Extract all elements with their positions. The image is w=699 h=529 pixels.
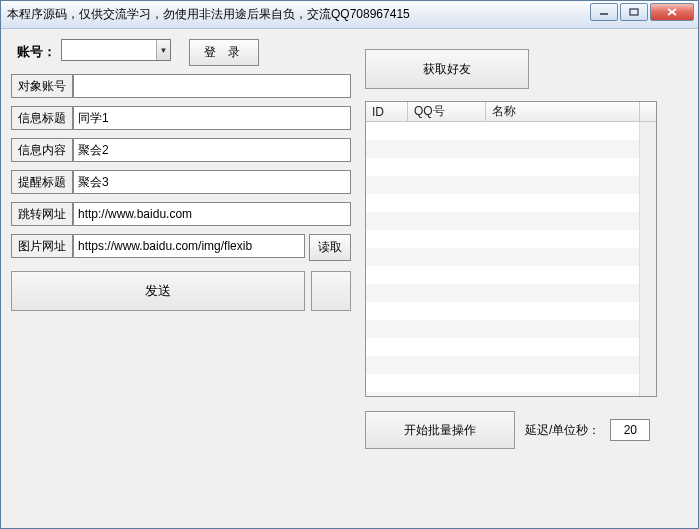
info-title-row: 信息标题 <box>11 106 351 130</box>
col-id[interactable]: ID <box>366 102 408 121</box>
get-friends-button[interactable]: 获取好友 <box>365 49 529 89</box>
col-scroll-pad <box>640 102 656 121</box>
image-url-row: 图片网址 读取 <box>11 234 351 261</box>
app-window: 本程序源码，仅供交流学习，勿使用非法用途后果自负，交流QQ708967415 账… <box>0 0 699 529</box>
close-icon <box>666 7 678 17</box>
friends-grid[interactable]: ID QQ号 名称 <box>365 101 657 397</box>
target-account-row: 对象账号 <box>11 74 351 98</box>
info-title-label: 信息标题 <box>11 106 73 130</box>
maximize-icon <box>629 8 639 16</box>
remind-title-label: 提醒标题 <box>11 170 73 194</box>
jump-url-label: 跳转网址 <box>11 202 73 226</box>
col-name[interactable]: 名称 <box>486 102 640 121</box>
image-url-input[interactable] <box>73 234 305 258</box>
client-area: 账号： ▼ 登 录 对象账号 信息标题 信息内容 提醒标题 <box>1 29 698 528</box>
info-content-row: 信息内容 <box>11 138 351 162</box>
info-title-input[interactable] <box>73 106 351 130</box>
account-label: 账号： <box>11 39 61 66</box>
jump-url-input[interactable] <box>73 202 351 226</box>
account-input[interactable] <box>62 40 156 60</box>
left-panel: 账号： ▼ 登 录 对象账号 信息标题 信息内容 提醒标题 <box>11 39 351 311</box>
col-qq[interactable]: QQ号 <box>408 102 486 121</box>
delay-label: 延迟/单位秒： <box>525 422 600 439</box>
preview-box[interactable] <box>311 271 351 311</box>
target-account-input[interactable] <box>73 74 351 98</box>
close-button[interactable] <box>650 3 694 21</box>
login-button[interactable]: 登 录 <box>189 39 259 66</box>
batch-row: 开始批量操作 延迟/单位秒： <box>365 411 657 449</box>
account-row: 账号： ▼ 登 录 <box>11 39 351 66</box>
send-button[interactable]: 发送 <box>11 271 305 311</box>
minimize-button[interactable] <box>590 3 618 21</box>
remind-title-row: 提醒标题 <box>11 170 351 194</box>
grid-body[interactable] <box>366 122 656 396</box>
titlebar: 本程序源码，仅供交流学习，勿使用非法用途后果自负，交流QQ708967415 <box>1 1 698 29</box>
minimize-icon <box>599 8 609 16</box>
window-controls <box>590 1 698 21</box>
info-content-input[interactable] <box>73 138 351 162</box>
info-content-label: 信息内容 <box>11 138 73 162</box>
remind-title-input[interactable] <box>73 170 351 194</box>
delay-input[interactable] <box>610 419 650 441</box>
jump-url-row: 跳转网址 <box>11 202 351 226</box>
image-url-label: 图片网址 <box>11 234 73 258</box>
account-combo[interactable]: ▼ <box>61 39 171 61</box>
target-account-label: 对象账号 <box>11 74 73 98</box>
chevron-down-icon[interactable]: ▼ <box>156 40 170 60</box>
read-button[interactable]: 读取 <box>309 234 351 261</box>
right-panel: 获取好友 ID QQ号 名称 开始批量操作 延迟/单位秒： <box>365 49 657 449</box>
send-row: 发送 <box>11 271 351 311</box>
svg-rect-1 <box>630 9 638 15</box>
window-title: 本程序源码，仅供交流学习，勿使用非法用途后果自负，交流QQ708967415 <box>5 6 410 23</box>
batch-start-button[interactable]: 开始批量操作 <box>365 411 515 449</box>
maximize-button[interactable] <box>620 3 648 21</box>
grid-header: ID QQ号 名称 <box>366 102 656 122</box>
